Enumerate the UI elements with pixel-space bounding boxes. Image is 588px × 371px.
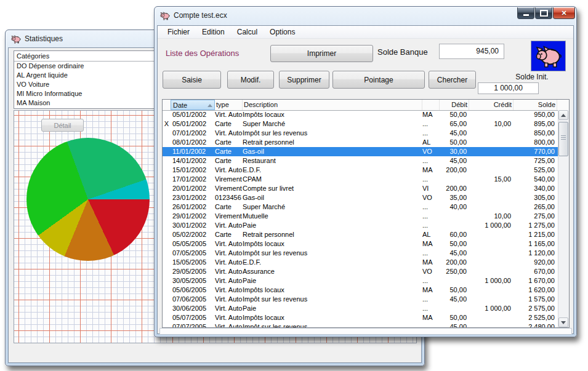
header-description[interactable]: Description bbox=[243, 100, 422, 110]
cell-solde: 725,00 bbox=[513, 156, 557, 166]
header-credit[interactable]: Crédit bbox=[469, 100, 513, 110]
table-row[interactable]: 05/05/2005Virt. AutoImpôts locauxMA50,00… bbox=[163, 239, 558, 249]
table-row[interactable]: 14/01/2002CarteRestaurant...45,00725,00 bbox=[163, 156, 558, 166]
cell-m bbox=[163, 249, 171, 258]
cell-type: Carte bbox=[215, 119, 243, 129]
table-row[interactable]: 11/01/2002CarteGas-oilVO30,00770,00 bbox=[163, 147, 558, 156]
cell-type: Virt. Auto bbox=[215, 313, 243, 322]
cell-m bbox=[163, 156, 171, 166]
supprimer-button[interactable]: Supprimer bbox=[279, 71, 329, 89]
header-date[interactable]: Date bbox=[171, 100, 215, 110]
table-row[interactable]: 05/01/2002Virt. AutoImpôts locauxMA50,00… bbox=[163, 110, 558, 119]
operations-table: Date type Description Débit Crédit Solde… bbox=[162, 99, 570, 328]
maximize-icon bbox=[540, 10, 548, 17]
cell-credit bbox=[469, 249, 513, 258]
cell-desc: Super Marché bbox=[243, 202, 422, 212]
table-row[interactable]: 29/01/2002VirementMutuelle...10,00275,00 bbox=[163, 212, 558, 221]
cell-credit bbox=[469, 147, 513, 156]
saisie-button[interactable]: Saisie bbox=[163, 71, 221, 89]
detail-button[interactable]: Détail bbox=[41, 119, 84, 132]
cell-solde: 525,00 bbox=[513, 166, 557, 175]
cell-credit bbox=[469, 230, 513, 239]
cell-type: 0123456 bbox=[215, 193, 243, 202]
cell-cat: ... bbox=[422, 295, 440, 304]
cell-solde: 305,00 bbox=[513, 193, 557, 202]
table-row[interactable]: 15/05/2005Virt. AutoE.D.F.MA200,00920,00 bbox=[163, 258, 558, 267]
cell-debit: 50,00 bbox=[440, 110, 469, 119]
cell-type: Carte bbox=[215, 230, 243, 239]
cell-type: Carte bbox=[215, 202, 243, 212]
modif-button[interactable]: Modif. bbox=[227, 71, 274, 89]
table-row[interactable]: 07/01/2002Virt. AutoImpôt sur les revenu… bbox=[163, 129, 558, 138]
pointage-button[interactable]: Pointage bbox=[332, 71, 425, 89]
table-row[interactable]: X05/01/2002CarteSuper Marché...65,0010,0… bbox=[163, 119, 558, 129]
arrow-up-icon bbox=[561, 114, 566, 117]
table-row[interactable]: 07/07/2005Virt. AutoImpôt sur les revenu… bbox=[163, 322, 558, 327]
cell-type: Carte bbox=[215, 147, 243, 156]
chercher-button[interactable]: Chercher bbox=[429, 71, 476, 89]
cell-debit: 45,00 bbox=[440, 156, 469, 166]
menu-edition[interactable]: Edition bbox=[196, 26, 231, 38]
maximize-button[interactable] bbox=[535, 7, 552, 19]
header-debit[interactable]: Débit bbox=[440, 100, 469, 110]
cell-m bbox=[163, 147, 171, 156]
table-row[interactable]: 07/06/2005Virt. AutoImpôt sur les revenu… bbox=[163, 295, 558, 304]
menu-options[interactable]: Options bbox=[264, 26, 301, 38]
cell-date: 15/01/2002 bbox=[171, 166, 215, 175]
cell-date: 07/05/2005 bbox=[171, 249, 215, 258]
cell-date: 05/01/2002 bbox=[171, 110, 215, 119]
table-row[interactable]: 30/01/2002Virt. AutoPaie...1 000,001 275… bbox=[163, 221, 558, 230]
solde-banque-field[interactable]: 945,00 bbox=[439, 44, 504, 59]
cell-date: 30/06/2005 bbox=[171, 304, 215, 313]
table-row[interactable]: 05/02/2002CarteRetrait personnelAL60,001… bbox=[163, 230, 558, 239]
cell-debit: 50,00 bbox=[440, 285, 469, 295]
cell-desc: Assurance bbox=[243, 267, 422, 276]
cell-desc: Paie bbox=[243, 221, 422, 230]
scroll-down-button[interactable] bbox=[558, 317, 568, 327]
cell-desc: Impôts locaux bbox=[243, 313, 422, 322]
header-type[interactable]: type bbox=[215, 100, 243, 110]
cell-debit: 30,00 bbox=[440, 147, 469, 156]
table-row[interactable]: 26/01/2002CarteSuper Marché...40,00265,0… bbox=[163, 202, 558, 212]
table-row[interactable]: 08/01/2002CarteRetrait personnelAL50,008… bbox=[163, 138, 558, 147]
scroll-up-button[interactable] bbox=[558, 110, 568, 120]
cell-credit: 10,00 bbox=[469, 119, 513, 129]
cell-desc: E.D.F. bbox=[243, 166, 422, 175]
vertical-scrollbar[interactable] bbox=[558, 110, 569, 327]
table-row[interactable]: 07/05/2005Virt. AutoImpôt sur les revenu… bbox=[163, 249, 558, 258]
cell-debit: 45,00 bbox=[440, 295, 469, 304]
solde-init-field[interactable]: 1 000,00 bbox=[478, 82, 539, 94]
close-button[interactable]: ✕ bbox=[553, 7, 575, 19]
cell-m bbox=[163, 267, 171, 276]
table-row[interactable]: 30/06/2005Virt. AutoPaie...1 000,002 575… bbox=[163, 304, 558, 313]
cell-solde: 670,00 bbox=[513, 267, 557, 276]
cell-solde: 1 575,00 bbox=[513, 295, 557, 304]
account-content: Liste des Opérations Imprimer Solde Banq… bbox=[158, 38, 573, 333]
account-titlebar[interactable]: Compte test.ecx bbox=[155, 7, 576, 24]
cell-credit bbox=[469, 239, 513, 249]
table-row[interactable]: 05/06/2005Virt. AutoImpôts locauxMA50,00… bbox=[163, 285, 558, 295]
cell-desc: Super Marché bbox=[243, 119, 422, 129]
scrollbar-thumb[interactable] bbox=[558, 122, 568, 156]
table-row[interactable]: 23/01/20020123456Gas-oilVO35,00305,00 bbox=[163, 193, 558, 202]
minimize-button[interactable] bbox=[517, 7, 534, 19]
table-row[interactable]: 05/07/2005Virt. AutoImpôts locauxMA50,00… bbox=[163, 313, 558, 322]
cell-solde: 950,00 bbox=[513, 110, 557, 119]
cell-solde: 1 120,00 bbox=[513, 249, 557, 258]
header-category[interactable] bbox=[422, 100, 440, 110]
cell-type: Virement bbox=[215, 184, 243, 193]
table-row[interactable]: 20/01/2002VirementCompte sur livretVI200… bbox=[163, 184, 558, 193]
cell-credit bbox=[469, 129, 513, 138]
header-solde[interactable]: Solde bbox=[513, 100, 557, 110]
imprimer-button[interactable]: Imprimer bbox=[270, 45, 373, 62]
table-row[interactable]: 15/01/2002Virt. AutoE.D.F.MA200,00525,00 bbox=[163, 166, 558, 175]
table-row[interactable]: 17/01/2002VirementCPAM...15,00540,00 bbox=[163, 175, 558, 184]
menu-fichier[interactable]: Fichier bbox=[161, 26, 196, 38]
table-row[interactable]: 29/05/2005Virt. AutoAssuranceVO250,00670… bbox=[163, 267, 558, 276]
cell-debit: 45,00 bbox=[440, 249, 469, 258]
account-window-title: Compte test.ecx bbox=[174, 11, 227, 20]
menu-calcul[interactable]: Calcul bbox=[231, 26, 264, 38]
cell-desc: Paie bbox=[243, 304, 422, 313]
table-row[interactable]: 30/05/2005Virt. AutoPaie...1 000,001 670… bbox=[163, 276, 558, 285]
cell-m bbox=[163, 313, 171, 322]
